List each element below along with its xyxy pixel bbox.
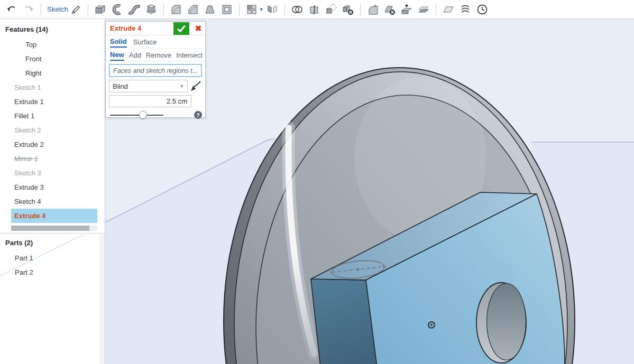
- feature-tree-panel: Features (14) TopFrontRightSketch 1Extru…: [0, 19, 105, 364]
- sketch-endpoint-left[interactable]: [330, 270, 333, 273]
- fillet-icon[interactable]: [169, 3, 183, 16]
- pattern-dropdown-caret[interactable]: ▼: [259, 7, 264, 12]
- slider-track[interactable]: [110, 115, 163, 116]
- move-face-icon[interactable]: [400, 3, 414, 16]
- close-icon: ✖: [195, 24, 202, 33]
- tab-add[interactable]: Add: [129, 50, 141, 60]
- toolbar-separator: [239, 4, 240, 15]
- loft-icon[interactable]: [144, 3, 158, 16]
- dialog-title: Extrude 4: [106, 24, 173, 32]
- feature-item-extrude-1[interactable]: Extrude 1: [0, 95, 105, 109]
- extrude-dialog: Extrude 4 ✖ Solid Surface New Add Remove…: [105, 21, 206, 118]
- plane-icon[interactable]: [442, 3, 455, 16]
- revolve-icon[interactable]: [111, 3, 124, 16]
- boolean-type-row: New Add Remove Intersect: [106, 49, 205, 62]
- plate-hole-inner-wall[interactable]: [487, 284, 526, 360]
- toolbar-separator: [41, 4, 41, 15]
- feature-item-right[interactable]: Right: [0, 66, 105, 80]
- toolbar-separator: [360, 4, 361, 15]
- sweep-icon[interactable]: [127, 3, 141, 16]
- tab-solid[interactable]: Solid: [110, 36, 127, 48]
- dialog-header: Extrude 4 ✖: [106, 22, 205, 35]
- replace-face-icon[interactable]: [417, 3, 430, 16]
- feature-item-front[interactable]: Front: [0, 52, 105, 66]
- part-item-part-2[interactable]: Part 2: [0, 265, 105, 279]
- redo-icon[interactable]: [22, 3, 35, 16]
- helix-icon[interactable]: [458, 3, 472, 16]
- undo-icon[interactable]: [5, 3, 19, 16]
- pencil-icon: [70, 4, 82, 15]
- features-header: Features (14): [0, 19, 105, 38]
- modify-fillet-icon[interactable]: [366, 3, 380, 16]
- boolean-icon[interactable]: [290, 3, 304, 16]
- feature-item-sketch-3[interactable]: Sketch 3: [0, 166, 105, 180]
- toolbar-separator: [163, 4, 164, 15]
- tab-surface[interactable]: Surface: [133, 37, 157, 47]
- history-icon[interactable]: [475, 3, 489, 16]
- toolbar-separator: [88, 4, 88, 15]
- parts-header: Parts (2): [0, 234, 105, 251]
- depth-slider: ?: [106, 108, 205, 122]
- transform-icon[interactable]: [324, 3, 338, 16]
- sketch-button[interactable]: Sketch: [47, 4, 82, 15]
- features-hscrollbar-thumb[interactable]: [11, 226, 89, 231]
- tab-intersect[interactable]: Intersect: [176, 50, 203, 60]
- feature-item-extrude-4[interactable]: Extrude 4: [11, 209, 97, 223]
- help-icon[interactable]: ?: [194, 111, 202, 119]
- faces-selection-input[interactable]: Faces and sketch regions t...: [109, 64, 202, 77]
- delete-face-icon[interactable]: [383, 3, 397, 16]
- feature-item-top[interactable]: Top: [0, 38, 105, 52]
- check-icon: [177, 24, 186, 33]
- cancel-button[interactable]: ✖: [192, 22, 204, 35]
- tab-remove[interactable]: Remove: [146, 50, 171, 60]
- top-toolbar: Sketch▼: [0, 0, 634, 19]
- features-hscrollbar-track[interactable]: [11, 226, 97, 231]
- delete-part-icon[interactable]: [341, 3, 355, 16]
- mirror-icon[interactable]: [265, 3, 279, 16]
- feature-item-sketch-2[interactable]: Sketch 2: [0, 123, 105, 137]
- feature-item-extrude-3[interactable]: Extrude 3: [0, 180, 105, 194]
- feature-item-mirror-1[interactable]: Mirror 1: [0, 152, 105, 166]
- tab-new[interactable]: New: [110, 50, 124, 61]
- shell-icon[interactable]: [220, 3, 234, 16]
- feature-item-sketch-1[interactable]: Sketch 1: [0, 80, 105, 95]
- part-item-part-1[interactable]: Part 1: [0, 251, 105, 265]
- feature-item-extrude-2[interactable]: Extrude 2: [0, 137, 105, 152]
- feature-item-fillet-1[interactable]: Fillet 1: [0, 109, 105, 123]
- chevron-down-icon: ▼: [179, 83, 184, 89]
- toolbar-separator: [436, 4, 436, 15]
- feature-item-sketch-4[interactable]: Sketch 4: [0, 194, 105, 209]
- toolbar-separator: [284, 4, 285, 15]
- slider-handle[interactable]: [139, 111, 147, 119]
- chamfer-icon[interactable]: [186, 3, 200, 16]
- flip-direction-icon[interactable]: [189, 79, 202, 93]
- extrude-icon[interactable]: [94, 3, 107, 16]
- draft-icon[interactable]: [203, 3, 217, 16]
- linear-pattern-icon[interactable]: [245, 3, 259, 16]
- split-icon[interactable]: [307, 3, 321, 16]
- creation-type-row: Solid Surface: [106, 35, 205, 49]
- depth-value-input[interactable]: [109, 95, 191, 107]
- confirm-button[interactable]: [173, 22, 189, 35]
- parts-vscrollbar-track[interactable]: [99, 234, 105, 364]
- end-condition-dropdown[interactable]: Blind ▼: [109, 80, 188, 92]
- sketch-endpoint-right[interactable]: [383, 265, 385, 268]
- sketch-button-label: Sketch: [47, 5, 68, 13]
